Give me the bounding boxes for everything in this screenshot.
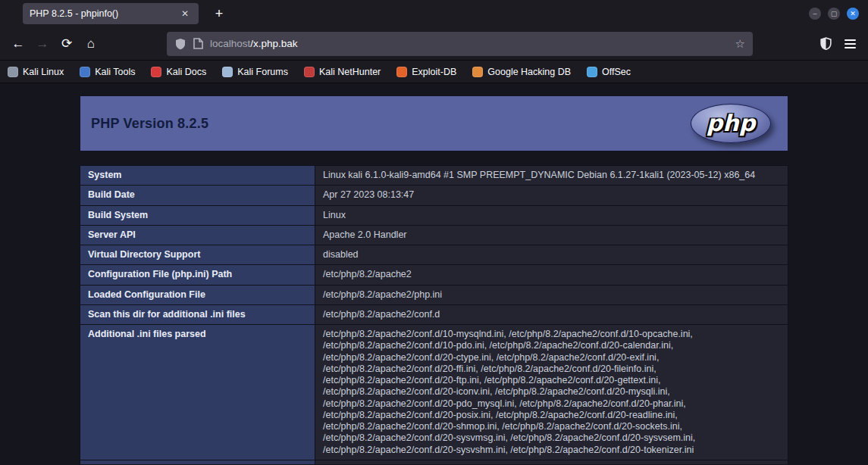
phpinfo-row-label: PHP API <box>80 460 315 464</box>
phpinfo-row-value: /etc/php/8.2/apache2/php.ini <box>315 285 788 304</box>
phpinfo-row-value: Apr 27 2023 08:13:47 <box>315 186 788 205</box>
bookmark-item[interactable]: Kali Docs <box>151 67 206 77</box>
kali-nethunter-icon <box>304 67 315 77</box>
phpinfo-row-label: Server API <box>80 225 315 245</box>
phpinfo-row-label: System <box>80 166 315 186</box>
close-window-button[interactable]: ✕ <box>847 8 859 20</box>
browser-titlebar: PHP 8.2.5 - phpinfo() ✕ + – ▢ ✕ <box>0 0 868 27</box>
phpinfo-header: PHP Version 8.2.5 php <box>80 95 788 151</box>
page-icon[interactable] <box>193 38 203 49</box>
home-button[interactable]: ⌂ <box>79 32 103 56</box>
bookmark-item[interactable]: Kali Forums <box>222 67 288 77</box>
menu-icon[interactable] <box>844 39 856 48</box>
phpinfo-row: Configuration File (php.ini) Path /etc/p… <box>80 265 788 285</box>
phpinfo-row-label: Build Date <box>80 186 315 205</box>
phpinfo-row-label: Virtual Directory Support <box>80 245 315 265</box>
bookmark-item[interactable]: OffSec <box>587 67 631 77</box>
kali-linux-icon <box>8 67 18 77</box>
url-domain: localhost <box>210 38 250 49</box>
url-bar[interactable]: localhost/x.php.bak ☆ <box>167 32 753 56</box>
bookmark-label: OffSec <box>602 67 631 77</box>
bookmark-label: Kali Tools <box>95 67 135 77</box>
bookmark-label: Kali NetHunter <box>319 67 381 77</box>
new-tab-button[interactable]: + <box>209 4 229 23</box>
bookmark-item[interactable]: Kali NetHunter <box>304 67 381 77</box>
phpinfo-row-value: Linux <box>315 205 788 225</box>
bookmark-label: Google Hacking DB <box>487 67 571 77</box>
phpinfo-row-value: /etc/php/8.2/apache2/conf.d <box>315 304 788 324</box>
tab-title: PHP 8.2.5 - phpinfo() <box>30 8 178 19</box>
phpinfo-row-value: Linux kali 6.1.0-kali9-amd64 #1 SMP PREE… <box>315 166 788 186</box>
exploit-db-icon <box>396 67 407 77</box>
phpinfo-row: System Linux kali 6.1.0-kali9-amd64 #1 S… <box>80 166 788 186</box>
bookmark-item[interactable]: Google Hacking DB <box>472 67 571 77</box>
phpinfo-row-value: Apache 2.0 Handler <box>315 225 788 245</box>
phpinfo-row: Loaded Configuration File /etc/php/8.2/a… <box>80 285 788 304</box>
reload-button[interactable]: ⟳ <box>55 32 79 56</box>
bookmark-label: Kali Forums <box>237 67 288 77</box>
kali-docs-icon <box>151 67 161 77</box>
phpinfo-row-label: Loaded Configuration File <box>80 285 315 304</box>
maximize-button[interactable]: ▢ <box>828 8 840 20</box>
php-logo-text: php <box>707 112 755 135</box>
account-shield-icon[interactable] <box>819 37 832 50</box>
phpinfo-row-label: Additional .ini files parsed <box>80 325 315 460</box>
phpinfo-row-label: Build System <box>80 205 315 225</box>
phpinfo-row: Server API Apache 2.0 Handler <box>80 225 788 245</box>
phpinfo-row-value: /etc/php/8.2/apache2 <box>315 265 788 285</box>
tracking-protection-shield-icon[interactable] <box>174 38 186 50</box>
phpinfo-row-label: Configuration File (php.ini) Path <box>80 265 315 285</box>
bookmark-star-icon[interactable]: ☆ <box>735 37 745 51</box>
phpinfo-row: Scan this dir for additional .ini files … <box>80 304 788 324</box>
window-controls: – ▢ ✕ <box>809 8 859 20</box>
back-button[interactable]: ← <box>6 32 30 56</box>
url-path: /x.php.bak <box>250 38 297 49</box>
php-logo: php <box>691 104 771 143</box>
phpinfo-row: Build System Linux <box>80 205 788 225</box>
bookmark-item[interactable]: Kali Tools <box>80 67 135 77</box>
bookmark-label: Kali Docs <box>166 67 206 77</box>
forward-button[interactable]: → <box>30 32 55 56</box>
browser-tab[interactable]: PHP 8.2.5 - phpinfo() ✕ <box>23 3 199 24</box>
phpinfo-table: System Linux kali 6.1.0-kali9-amd64 #1 S… <box>80 165 788 464</box>
kali-tools-icon <box>80 67 90 77</box>
phpinfo-container: PHP Version 8.2.5 php System Linux kali … <box>80 95 788 464</box>
google-hacking-db-icon <box>472 67 483 77</box>
page-content: PHP Version 8.2.5 php System Linux kali … <box>0 83 868 464</box>
tab-close-icon[interactable]: ✕ <box>178 8 192 20</box>
phpinfo-row: PHP API 20220829 <box>80 460 788 464</box>
bookmark-label: Kali Linux <box>23 67 64 77</box>
bookmark-item[interactable]: Exploit-DB <box>396 67 456 77</box>
phpinfo-row-value: 20220829 <box>315 460 788 464</box>
bookmarks-bar: Kali Linux Kali Tools Kali Docs Kali For… <box>0 61 868 83</box>
phpinfo-row: Virtual Directory Support disabled <box>80 245 788 265</box>
kali-forums-icon <box>222 67 233 77</box>
offsec-icon <box>587 67 597 77</box>
browser-navbar: ← → ⟳ ⌂ localhost/x.php.bak ☆ <box>0 27 868 61</box>
url-text: localhost/x.php.bak <box>210 38 729 49</box>
phpinfo-row-label: Scan this dir for additional .ini files <box>80 304 315 324</box>
phpinfo-table-body: System Linux kali 6.1.0-kali9-amd64 #1 S… <box>80 166 788 465</box>
page-title: PHP Version 8.2.5 <box>91 116 208 132</box>
bookmark-label: Exploit-DB <box>412 67 456 77</box>
phpinfo-row-value: disabled <box>315 245 788 265</box>
bookmark-item[interactable]: Kali Linux <box>8 67 64 77</box>
minimize-button[interactable]: – <box>809 8 821 20</box>
phpinfo-row: Build Date Apr 27 2023 08:13:47 <box>80 186 788 205</box>
phpinfo-row: Additional .ini files parsed /etc/php/8.… <box>80 325 788 460</box>
phpinfo-row-value: /etc/php/8.2/apache2/conf.d/10-mysqlnd.i… <box>315 325 788 460</box>
navbar-right-icons <box>819 37 856 50</box>
